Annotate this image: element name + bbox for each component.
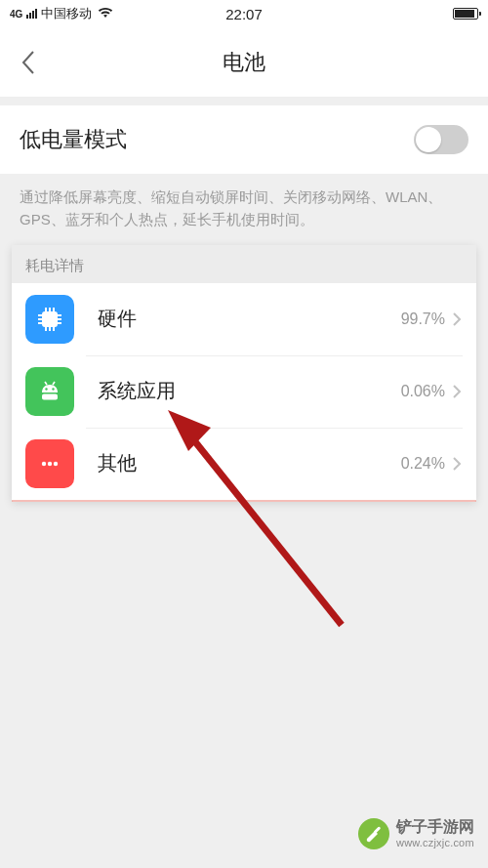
usage-row-other[interactable]: 其他 0.24% [12, 428, 476, 500]
chevron-right-icon [451, 455, 463, 473]
wifi-icon [98, 7, 113, 21]
usage-header: 耗电详情 [12, 245, 476, 283]
back-button[interactable] [14, 48, 43, 77]
usage-row-value: 99.7% [401, 310, 445, 328]
android-icon [25, 367, 74, 416]
usage-row-label: 其他 [98, 450, 401, 476]
usage-row-system[interactable]: 系统应用 0.06% [12, 355, 476, 428]
carrier-label: 中国移动 [41, 5, 92, 22]
section-gap [0, 98, 488, 105]
signal-bars-icon [26, 9, 37, 19]
chevron-left-icon [20, 49, 37, 76]
usage-card-wrap: 耗电详情 硬件 99.7% 系统应用 0.06% 其他 0.24% [0, 245, 488, 502]
page-title: 电池 [223, 48, 265, 77]
nav-bar: 电池 [0, 27, 488, 98]
shovel-logo-icon [357, 817, 390, 850]
battery-icon [453, 8, 478, 20]
usage-row-value: 0.06% [401, 383, 445, 400]
usage-row-label: 硬件 [98, 306, 401, 332]
usage-row-label: 系统应用 [98, 378, 401, 404]
low-power-description: 通过降低屏幕亮度、缩短自动锁屏时间、关闭移动网络、WLAN、GPS、蓝牙和个人热… [0, 174, 488, 245]
svg-point-18 [42, 461, 46, 465]
watermark-name: 铲子手游网 [396, 818, 474, 836]
usage-row-hardware[interactable]: 硬件 99.7% [12, 283, 476, 355]
svg-rect-0 [42, 311, 58, 327]
svg-line-16 [53, 382, 55, 385]
toggle-knob [416, 127, 441, 152]
svg-point-19 [48, 461, 52, 465]
chevron-right-icon [451, 383, 463, 400]
low-power-toggle[interactable] [414, 125, 468, 154]
status-time: 22:07 [225, 6, 263, 22]
usage-card: 耗电详情 硬件 99.7% 系统应用 0.06% 其他 0.24% [12, 245, 476, 502]
status-right [453, 8, 478, 20]
chevron-right-icon [451, 310, 463, 328]
watermark-url: www.czjxjc.com [396, 837, 474, 849]
status-left: 4G 中国移动 [10, 5, 113, 22]
chip-icon [25, 295, 74, 344]
svg-rect-17 [42, 393, 58, 399]
svg-line-15 [45, 382, 47, 385]
svg-point-20 [54, 461, 58, 465]
more-dots-icon [25, 439, 74, 488]
network-badge: 4G [10, 9, 22, 20]
low-power-row[interactable]: 低电量模式 [0, 105, 488, 174]
status-bar: 4G 中国移动 22:07 [0, 0, 488, 27]
low-power-label: 低电量模式 [20, 125, 414, 154]
card-accent-line [12, 500, 476, 502]
watermark: 铲子手游网 www.czjxjc.com [357, 817, 474, 850]
usage-row-value: 0.24% [401, 455, 445, 473]
svg-point-13 [45, 388, 47, 390]
svg-point-14 [52, 388, 54, 390]
